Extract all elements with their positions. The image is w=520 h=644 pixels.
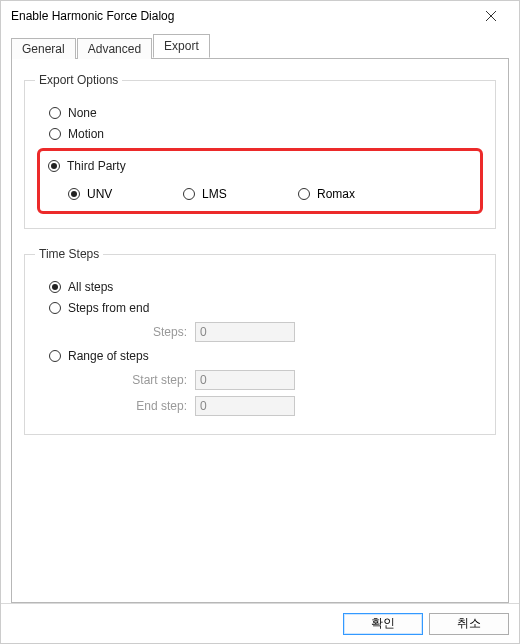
label-end-step: End step: bbox=[75, 399, 195, 413]
client-area: General Advanced Export Export Options N… bbox=[1, 31, 519, 603]
radio-romax[interactable]: Romax bbox=[298, 187, 355, 201]
close-button[interactable] bbox=[471, 2, 511, 30]
cancel-button[interactable]: 취소 bbox=[429, 613, 509, 635]
radio-icon bbox=[298, 188, 310, 200]
dialog-footer: 확인 취소 bbox=[1, 603, 519, 643]
radio-icon bbox=[68, 188, 80, 200]
titlebar: Enable Harmonic Force Dialog bbox=[1, 1, 519, 31]
radio-third-party[interactable]: Third Party bbox=[48, 159, 474, 173]
input-end-step bbox=[195, 396, 295, 416]
group-export-options: Export Options None Motion Third Party bbox=[24, 73, 496, 229]
close-icon bbox=[486, 11, 496, 21]
radio-steps-from-end-label: Steps from end bbox=[68, 301, 149, 315]
radio-unv[interactable]: UNV bbox=[68, 187, 183, 201]
radio-steps-from-end[interactable]: Steps from end bbox=[49, 301, 485, 315]
input-steps bbox=[195, 322, 295, 342]
radio-unv-label: UNV bbox=[87, 187, 112, 201]
radio-all-steps[interactable]: All steps bbox=[49, 280, 485, 294]
ok-button[interactable]: 확인 bbox=[343, 613, 423, 635]
label-start-step: Start step: bbox=[75, 373, 195, 387]
radio-range-of-steps-label: Range of steps bbox=[68, 349, 149, 363]
radio-icon bbox=[49, 350, 61, 362]
third-party-sub-options: UNV LMS Romax bbox=[46, 187, 474, 201]
radio-icon bbox=[183, 188, 195, 200]
row-steps: Steps: bbox=[35, 322, 485, 342]
radio-romax-label: Romax bbox=[317, 187, 355, 201]
row-start-step: Start step: bbox=[35, 370, 485, 390]
radio-third-party-label: Third Party bbox=[67, 159, 126, 173]
radio-icon bbox=[48, 160, 60, 172]
radio-none[interactable]: None bbox=[49, 106, 485, 120]
tab-export[interactable]: Export bbox=[153, 34, 210, 58]
radio-icon bbox=[49, 128, 61, 140]
radio-lms[interactable]: LMS bbox=[183, 187, 298, 201]
radio-range-of-steps[interactable]: Range of steps bbox=[49, 349, 485, 363]
radio-icon bbox=[49, 107, 61, 119]
radio-motion-label: Motion bbox=[68, 127, 104, 141]
radio-icon bbox=[49, 281, 61, 293]
group-time-steps-legend: Time Steps bbox=[35, 247, 103, 261]
dialog-window: Enable Harmonic Force Dialog General Adv… bbox=[0, 0, 520, 644]
radio-lms-label: LMS bbox=[202, 187, 227, 201]
group-export-options-legend: Export Options bbox=[35, 73, 122, 87]
tabstrip: General Advanced Export bbox=[11, 35, 509, 58]
tab-general[interactable]: General bbox=[11, 38, 76, 59]
radio-motion[interactable]: Motion bbox=[49, 127, 485, 141]
row-end-step: End step: bbox=[35, 396, 485, 416]
label-steps: Steps: bbox=[75, 325, 195, 339]
highlight-third-party: Third Party UNV LMS Romax bbox=[37, 148, 483, 214]
tab-page-export: Export Options None Motion Third Party bbox=[11, 58, 509, 603]
input-start-step bbox=[195, 370, 295, 390]
radio-all-steps-label: All steps bbox=[68, 280, 113, 294]
tab-advanced[interactable]: Advanced bbox=[77, 38, 152, 59]
group-time-steps: Time Steps All steps Steps from end Step… bbox=[24, 247, 496, 435]
radio-none-label: None bbox=[68, 106, 97, 120]
window-title: Enable Harmonic Force Dialog bbox=[11, 9, 471, 23]
radio-icon bbox=[49, 302, 61, 314]
